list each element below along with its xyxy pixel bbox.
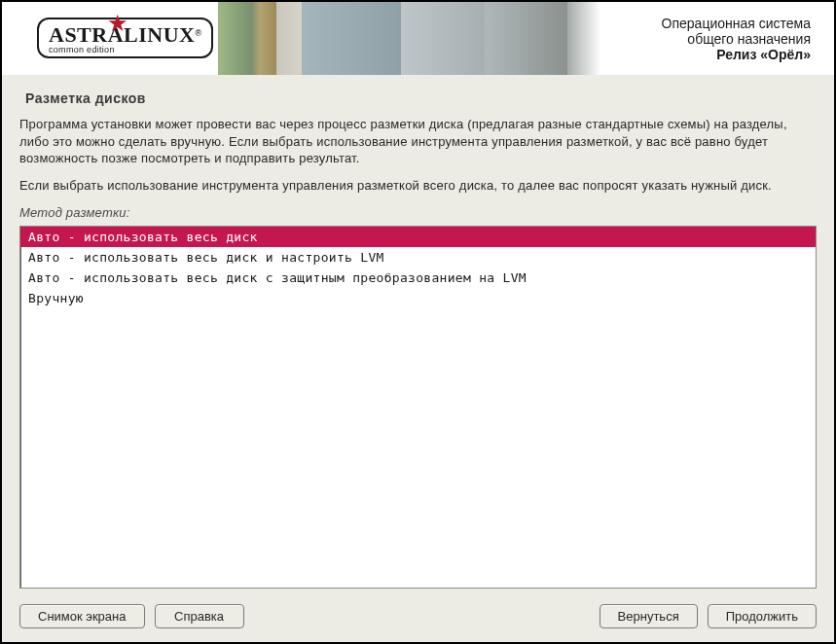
partition-option[interactable]: Авто - использовать весь диск с защитным… <box>20 268 816 288</box>
logo: ★ ASTRALINUX® common edition <box>37 18 218 64</box>
partition-option[interactable]: Авто - использовать весь диск <box>20 227 816 247</box>
partition-option[interactable]: Вручную <box>20 288 816 308</box>
banner: ★ ASTRALINUX® common edition Операционна… <box>2 2 834 75</box>
method-label: Метод разметки: <box>19 205 817 220</box>
screenshot-button[interactable]: Снимок экрана <box>19 604 145 628</box>
description-1: Программа установки может провести вас ч… <box>19 116 817 167</box>
logo-registered: ® <box>195 28 201 38</box>
continue-button[interactable]: Продолжить <box>708 604 817 628</box>
banner-line3: Релиз «Орёл» <box>662 47 811 62</box>
spacer <box>254 604 590 628</box>
partition-option[interactable]: Авто - использовать весь диск и настроит… <box>20 247 816 268</box>
banner-text: Операционная система общего назначения Р… <box>662 16 811 62</box>
description-2: Если выбрать использование инструмента у… <box>19 177 817 195</box>
footer: Снимок экрана Справка Вернуться Продолжи… <box>2 598 834 642</box>
banner-line2: общего назначения <box>662 31 811 47</box>
content-area: Разметка дисков Программа установки може… <box>2 75 834 598</box>
page-title: Разметка дисков <box>25 90 817 106</box>
help-button[interactable]: Справка <box>155 604 244 628</box>
installer-window: ★ ASTRALINUX® common edition Операционна… <box>0 0 836 644</box>
banner-line1: Операционная система <box>662 16 811 31</box>
partition-method-list[interactable]: Авто - использовать весь дискАвто - испо… <box>19 226 817 589</box>
back-button[interactable]: Вернуться <box>600 604 698 628</box>
star-icon: ★ <box>107 10 130 33</box>
